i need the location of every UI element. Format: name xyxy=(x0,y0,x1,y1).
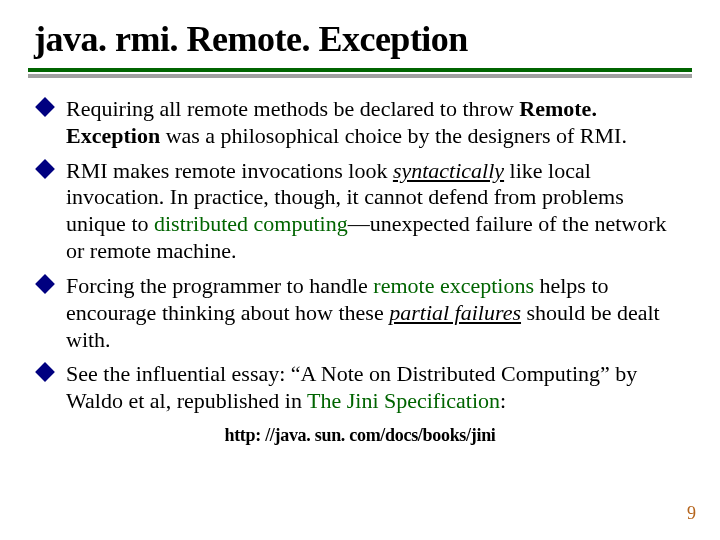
bullet-text: See the influential essay: “A Note on Di… xyxy=(66,361,637,413)
diamond-icon xyxy=(35,97,55,117)
title-underline xyxy=(28,68,692,72)
slide-title: java. rmi. Remote. Exception xyxy=(28,18,692,60)
bullet-text: RMI makes remote invocations look syntac… xyxy=(66,158,667,263)
bullet-text: Forcing the programmer to handle remote … xyxy=(66,273,660,352)
list-item: RMI makes remote invocations look syntac… xyxy=(38,158,686,265)
page-number: 9 xyxy=(687,503,696,524)
list-item: Forcing the programmer to handle remote … xyxy=(38,273,686,353)
bullet-text: Requiring all remote methods be declared… xyxy=(66,96,627,148)
list-item: Requiring all remote methods be declared… xyxy=(38,96,686,150)
reference-url: http: //java. sun. com/docs/books/jini xyxy=(28,425,692,446)
diamond-icon xyxy=(35,274,55,294)
list-item: See the influential essay: “A Note on Di… xyxy=(38,361,686,415)
slide: java. rmi. Remote. Exception Requiring a… xyxy=(0,0,720,540)
bullet-list: Requiring all remote methods be declared… xyxy=(28,96,692,415)
diamond-icon xyxy=(35,159,55,179)
diamond-icon xyxy=(35,363,55,383)
